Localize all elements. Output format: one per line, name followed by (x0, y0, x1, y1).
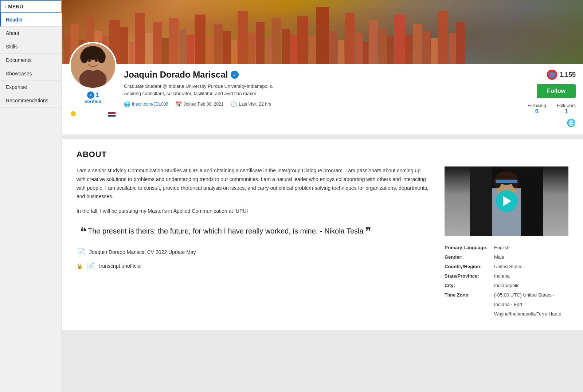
primary-language-value: English (494, 243, 510, 252)
profile-card: Ψ KE eye GOODFELLAS (62, 0, 583, 134)
karma-value: 1,155 (559, 71, 576, 79)
gender-label: Gender: (445, 252, 492, 262)
detail-row-state: State/Province: Indiana (445, 271, 568, 281)
menu-label: MENU (8, 4, 23, 9)
country-value: United States (494, 262, 523, 271)
timezone-label: Time Zone: (445, 290, 492, 319)
sidebar-item-skills-label: Skills (6, 44, 18, 50)
svg-rect-12 (521, 166, 543, 236)
about-content: I am a senior studying Communication Stu… (77, 166, 568, 319)
avatar (69, 42, 117, 89)
sidebar-item-showcases[interactable]: Showcases (0, 67, 62, 81)
following-count: 0 (528, 108, 546, 115)
last-visit: Last Visit: 22 hrs (239, 102, 271, 107)
detail-row-timezone: Time Zone: (-05:00 UTC) United States - … (445, 290, 568, 319)
file-cv-name: Joaquin Dorado Mariscal CV 2022 Update M… (89, 249, 196, 255)
svg-point-6 (80, 51, 89, 63)
profile-info-section: Ψ KE eye GOODFELLAS (62, 64, 583, 134)
profile-url-item[interactable]: 🌐 thecn.com/JD1006 (124, 101, 168, 107)
bio-line1: Graduate Student @ Indiana University Pu… (124, 83, 273, 89)
about-section: ABOUT I am a senior studying Communicati… (62, 139, 583, 330)
play-triangle-icon (503, 196, 511, 206)
gender-value: Male (494, 252, 504, 262)
clock-icon: 🕐 (231, 101, 237, 107)
calendar-icon: 📅 (176, 101, 182, 107)
about-quote: ❝The present is theirs; the future, for … (77, 223, 430, 240)
profile-name: Joaquin Dorado Mariscal (124, 70, 228, 80)
verified-check-icon: ✓ (87, 91, 94, 99)
globe-icon[interactable]: 🌐 (567, 118, 576, 127)
svg-rect-18 (496, 180, 517, 183)
pdf-icon-transcript: 📄 (86, 262, 95, 270)
last-visit-item: 🕐 Last Visit: 22 hrs (231, 101, 271, 107)
primary-language-label: Primary Language: (445, 243, 492, 252)
sidebar-menu-header[interactable]: ‹ MENU (0, 0, 62, 13)
lock-icon: 🔒 (77, 263, 83, 269)
svg-point-7 (97, 51, 106, 63)
chevron-left-icon: ‹ (4, 4, 6, 9)
verified-count: 1 (96, 92, 99, 98)
verified-text: Verified (69, 99, 117, 104)
sidebar-item-skills[interactable]: Skills (0, 40, 62, 54)
sidebar-item-recommendations[interactable]: Recommendations (0, 94, 62, 107)
bio-line2: Aspiring consultant, collaborator, facil… (124, 91, 256, 96)
verified-badge: ✓ 1 (69, 91, 117, 99)
pdf-icon-cv: 📄 (77, 248, 86, 256)
state-label: State/Province: (445, 271, 492, 281)
svg-point-9 (95, 59, 98, 62)
svg-point-8 (88, 59, 91, 62)
quote-text: The present is theirs; the future, for w… (88, 227, 364, 235)
cover-image (62, 0, 583, 64)
sidebar: ‹ MENU Header About Skills Documents Sho… (0, 0, 62, 392)
joined-date: Joined Feb 08, 2021 (184, 102, 223, 107)
quote-mark-right: ❞ (365, 225, 371, 238)
detail-row-city: City: Indianapolis (445, 281, 568, 290)
followers-stat: Followers 1 (557, 103, 576, 115)
profile-bio: Graduate Student @ Indiana University Pu… (124, 83, 343, 97)
globe-small-icon: 🌐 (124, 101, 130, 107)
follow-button[interactable]: Follow (537, 84, 576, 98)
file-item-transcript[interactable]: 🔒 📄 transcript unofficial (77, 262, 430, 270)
follow-stats: Following 0 Followers 1 (528, 103, 576, 115)
sidebar-item-documents-label: Documents (6, 57, 32, 63)
avatar-flag (108, 112, 116, 117)
detail-row-language: Primary Language: English (445, 243, 568, 252)
name-verified-icon: ✓ (231, 71, 239, 79)
city-value: Indianapolis (494, 281, 519, 290)
main-content: Ψ KE eye GOODFELLAS (62, 0, 583, 392)
profile-details: Primary Language: English Gender: Male C… (445, 243, 568, 319)
video-thumbnail[interactable] (445, 166, 568, 236)
profile-name-row: Joaquin Dorado Mariscal ✓ (124, 70, 496, 80)
sidebar-item-header-label: Header (6, 17, 23, 23)
karma-icon: 🌀 (547, 70, 557, 80)
state-value: Indiana (494, 271, 510, 281)
avatar-wrapper: Ψ KE eye GOODFELLAS (69, 42, 117, 127)
following-label: Following (528, 103, 546, 108)
city-label: City: (445, 281, 492, 290)
about-paragraph1: I am a senior studying Communication Stu… (77, 166, 430, 201)
karma-score: 🌀 1,155 (547, 70, 576, 80)
sidebar-item-about-label: About (6, 30, 19, 36)
follow-area: 🌀 1,155 Follow Following 0 Followers 1 🌐 (496, 64, 576, 127)
play-button[interactable] (496, 190, 517, 212)
country-label: Country/Region: (445, 262, 492, 271)
sidebar-item-expertise[interactable]: Expertise (0, 81, 62, 94)
following-stat: Following 0 (528, 103, 546, 115)
file-item-cv[interactable]: 📄 Joaquin Dorado Mariscal CV 2022 Update… (77, 248, 430, 256)
sidebar-item-about[interactable]: About (0, 27, 62, 40)
quote-mark-left: ❝ (80, 225, 86, 238)
file-transcript-name: transcript unofficial (99, 263, 141, 269)
profile-meta: 🌐 thecn.com/JD1006 📅 Joined Feb 08, 2021… (124, 101, 496, 107)
sidebar-item-documents[interactable]: Documents (0, 54, 62, 67)
about-right-col: Primary Language: English Gender: Male C… (445, 166, 568, 319)
about-paragraph2: In the fall, I will be pursuing my Maste… (77, 207, 430, 216)
sidebar-item-showcases-label: Showcases (6, 71, 32, 77)
sidebar-item-expertise-label: Expertise (6, 84, 27, 90)
sidebar-item-recommendations-label: Recommendations (6, 98, 48, 103)
avatar-dot (70, 110, 77, 117)
profile-url-link[interactable]: thecn.com/JD1006 (132, 102, 168, 107)
joined-item: 📅 Joined Feb 08, 2021 (176, 101, 223, 107)
sidebar-item-header[interactable]: Header (0, 13, 62, 27)
timezone-value: (-05:00 UTC) United States - Indiana - F… (494, 290, 568, 319)
about-files: 📄 Joaquin Dorado Mariscal CV 2022 Update… (77, 248, 430, 270)
